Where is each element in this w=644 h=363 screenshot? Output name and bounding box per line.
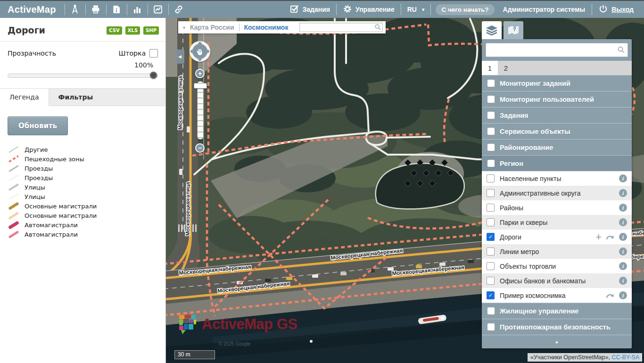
group-checkbox[interactable] <box>487 323 495 330</box>
group-checkbox[interactable] <box>487 80 495 87</box>
page-2[interactable]: 2 <box>498 61 514 75</box>
charts-icon[interactable] <box>148 1 168 18</box>
search-icon[interactable] <box>374 24 381 33</box>
group-service-objects[interactable]: Сервисные объекты <box>482 123 632 139</box>
reports-icon[interactable] <box>107 1 127 18</box>
print-icon[interactable] <box>86 1 106 18</box>
hand-icon[interactable] <box>192 44 207 59</box>
logout-button[interactable]: Выход <box>592 4 644 15</box>
info-icon[interactable] <box>619 204 627 212</box>
info-icon[interactable] <box>619 189 627 197</box>
menu-management-label: Управление <box>355 6 395 13</box>
tab-filters[interactable]: Фильтры <box>49 89 103 106</box>
map-search-input[interactable] <box>299 23 383 32</box>
group-fire-safety[interactable]: Противопожарная безопасность <box>482 319 632 335</box>
group-tasks[interactable]: Задания <box>482 107 632 123</box>
layer-row-metro-lines[interactable]: Линии метро <box>482 244 632 259</box>
add-feature-icon[interactable] <box>595 232 602 242</box>
group-region[interactable]: Регион <box>482 155 632 171</box>
layer-checkbox[interactable] <box>487 262 495 270</box>
group-label: Сервисные объекты <box>500 128 570 135</box>
info-icon[interactable] <box>619 262 627 270</box>
info-icon[interactable] <box>619 291 627 299</box>
group-checkbox[interactable] <box>487 144 495 151</box>
group-monitoring-tasks[interactable]: Мониторинг заданий <box>482 75 632 91</box>
statistics-icon[interactable] <box>127 1 148 18</box>
info-icon[interactable] <box>619 174 627 182</box>
measure-icon[interactable] <box>65 1 85 18</box>
search-icon[interactable] <box>617 46 625 56</box>
layer-checkbox[interactable] <box>487 248 495 256</box>
get-started-button[interactable]: С чего начать? <box>436 4 494 15</box>
group-checkbox[interactable] <box>487 160 495 167</box>
info-icon[interactable] <box>619 233 627 241</box>
group-checkbox[interactable] <box>487 307 495 314</box>
curtain-checkbox[interactable] <box>149 49 158 58</box>
group-monitoring-users[interactable]: Мониторинг пользователей <box>482 91 632 107</box>
layer-checkbox[interactable] <box>487 189 495 197</box>
layer-info-panel: Дороги CSV XLS SHP Прозрачность Шторка 1… <box>0 18 166 363</box>
legend-item: Улицы <box>8 182 158 192</box>
export-csv-button[interactable]: CSV <box>107 26 122 34</box>
menu-tasks[interactable]: Задания <box>283 4 336 15</box>
swipe-compare-icon[interactable] <box>606 292 615 299</box>
layer-checkbox[interactable] <box>487 277 495 285</box>
layer-row-districts[interactable]: Районы <box>482 200 632 215</box>
slider-knob[interactable] <box>150 72 157 79</box>
attribution-license-link[interactable]: CC-BY-SA <box>611 354 639 361</box>
export-xls-button[interactable]: XLS <box>125 26 140 34</box>
page-1[interactable]: 1 <box>482 61 498 75</box>
pan-control[interactable] <box>190 41 210 62</box>
layer-row-satellite-sample[interactable]: Пример космоснимка <box>482 288 632 303</box>
group-checkbox[interactable] <box>487 112 495 119</box>
group-districting[interactable]: Районирование <box>482 139 632 155</box>
swipe-compare-icon[interactable] <box>606 234 615 240</box>
group-checkbox[interactable] <box>487 96 495 103</box>
tab-map-help[interactable]: ? <box>504 21 523 39</box>
layer-checkbox[interactable] <box>487 291 495 299</box>
export-shp-button[interactable]: SHP <box>143 26 159 34</box>
layer-row-roads[interactable]: Дороги <box>482 230 632 244</box>
current-user[interactable]: Администратор системы <box>496 6 592 13</box>
slider-track[interactable] <box>8 74 158 78</box>
group-checkbox[interactable] <box>487 128 495 135</box>
zoom-slider-track[interactable] <box>197 81 204 140</box>
collapse-up-button[interactable] <box>482 335 632 348</box>
info-icon[interactable] <box>619 218 627 226</box>
layer-row-settlements[interactable]: Населенные пункты <box>482 171 632 186</box>
info-icon[interactable] <box>619 248 627 256</box>
basemap-tab-satellite[interactable]: Космоснимок <box>244 24 289 31</box>
layer-checkbox[interactable] <box>487 174 495 182</box>
info-icon[interactable] <box>619 277 627 285</box>
panel-title: Дороги <box>8 25 45 35</box>
zoom-out-button[interactable] <box>195 143 205 153</box>
refresh-button[interactable]: Обновить <box>8 116 68 135</box>
layer-row-admin-okrugs[interactable]: Административные округа <box>482 186 632 200</box>
layer-row-trade-objects[interactable]: Объекты торговли <box>482 259 632 273</box>
chevron-down-icon[interactable] <box>183 25 185 30</box>
layer-checkbox[interactable] <box>487 218 495 226</box>
zoom-slider-handle[interactable] <box>194 83 207 89</box>
tab-layers[interactable] <box>482 21 502 39</box>
group-housing[interactable]: Жилищное управление <box>482 303 632 319</box>
collapse-panel-button[interactable] <box>175 50 184 64</box>
activemap-gs-logo: ActiveMap GS <box>178 314 297 335</box>
transparency-slider[interactable] <box>8 72 158 79</box>
layer-checkbox[interactable] <box>487 233 495 241</box>
layers-search-input[interactable] <box>486 43 628 57</box>
legend-swatch <box>8 230 20 239</box>
pan-down-icon[interactable] <box>198 59 202 61</box>
basemap-tab-russia[interactable]: Карта России <box>190 24 234 31</box>
link-icon[interactable] <box>169 1 189 18</box>
layer-checkbox[interactable] <box>487 204 495 212</box>
layer-row-banks[interactable]: Офисы банков и банкоматы <box>482 273 632 288</box>
language-selector[interactable]: RU <box>401 6 431 13</box>
pan-right-icon[interactable] <box>207 49 210 54</box>
menu-management[interactable]: Управление <box>337 4 401 15</box>
zoom-in-button[interactable] <box>195 69 205 78</box>
street-name-label: Москворецкая улица <box>177 75 183 130</box>
map-viewport[interactable]: Москворецкая улица Москворецкая улица Мо… <box>166 18 644 363</box>
tab-legend[interactable]: Легенда <box>0 89 49 106</box>
layer-row-parks[interactable]: Парки и скверы <box>482 215 632 230</box>
group-label: Мониторинг пользователей <box>500 96 594 103</box>
